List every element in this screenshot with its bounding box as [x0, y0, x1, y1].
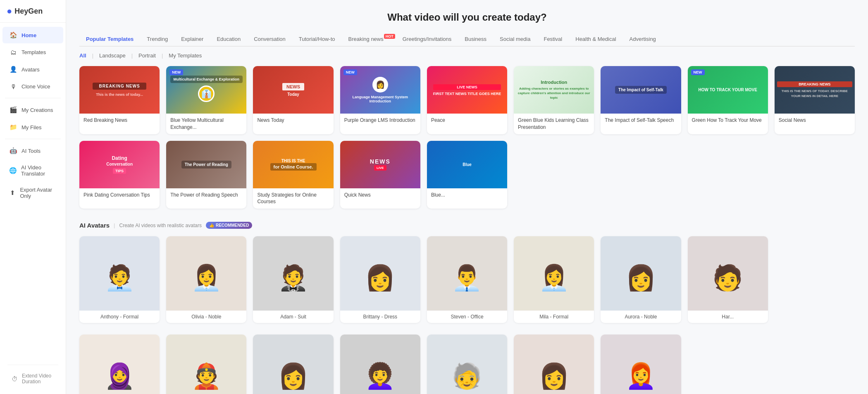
- filter-portrait[interactable]: Portrait: [138, 52, 156, 59]
- avatar-name-brittany: Brittany - Dress: [340, 311, 420, 323]
- template-label-blue-last: Blue...: [427, 188, 507, 202]
- sidebar-item-avatars[interactable]: 👤 Avatars: [2, 61, 63, 78]
- template-card-blue-last[interactable]: Blue Blue...: [427, 141, 507, 209]
- tab-tutorial[interactable]: Tutorial/How-to: [292, 32, 342, 47]
- template-card-peace[interactable]: LIVE NEWS FIRST TEXT NEWS TITLE GOES HER…: [427, 66, 507, 134]
- avatar-card-anthony[interactable]: 🧑‍💼 Anthony - Formal: [79, 236, 160, 323]
- template-card-green-blue-class[interactable]: Introduction Adding characters or storie…: [514, 66, 594, 134]
- template-thumb-self-talk: The Impact of Self-Talk: [601, 66, 681, 114]
- avatar-card-aurora[interactable]: 👩 Aurora - Noble: [601, 236, 681, 323]
- avatar-card-dark-hair[interactable]: 👩 Dark Hair: [253, 335, 333, 394]
- tab-breaking[interactable]: Breaking news HOT: [341, 32, 396, 47]
- tab-social-media[interactable]: Social media: [493, 32, 537, 47]
- template-card-red-breaking[interactable]: BREAKING NEWS This is the news of today.…: [79, 66, 160, 134]
- template-thumb-blue-last: Blue: [427, 141, 507, 188]
- avatar-thumb-red-hair: 👩‍🦰: [601, 335, 681, 394]
- sidebar-label-home: Home: [21, 32, 36, 38]
- tab-conversation[interactable]: Conversation: [247, 32, 292, 47]
- template-label-social-news: Social News: [775, 114, 855, 127]
- sidebar-divider-1: [5, 98, 61, 98]
- template-card-study-strategies[interactable]: THIS IS THE for Online Course. Study Str…: [253, 141, 333, 209]
- template-label-red-breaking: Red Breaking News: [79, 114, 160, 127]
- template-thumb-track-move: NEW HOW TO TRACK YOUR MOVE: [688, 66, 768, 114]
- sidebar: ● HeyGen 🏠 Home 🗂 Templates 👤 Avatars 🎙 …: [0, 0, 66, 394]
- sidebar-label-my-files: My Files: [21, 124, 41, 131]
- template-thumb-pink-dating: Dating Conversation TIPS: [79, 141, 160, 188]
- avatar-card-mila[interactable]: 👩‍💼 Mila - Formal: [514, 236, 594, 323]
- avatar-thumb-curly-hair: 👩‍🦱: [340, 335, 420, 394]
- recommended-badge: 👍 RECOMMENDED: [206, 222, 253, 229]
- avatar-card-arabic-male[interactable]: 👲 Arabic Male: [166, 335, 246, 394]
- avatar-card-glasses-male[interactable]: 🧓 Glasses Male: [427, 335, 507, 394]
- template-label-power-reading: The Power of Reading Speech: [166, 188, 246, 202]
- sidebar-item-my-creations[interactable]: 🎬 My Creations: [2, 102, 63, 118]
- sidebar-label-clone-voice: Clone Voice: [21, 83, 50, 90]
- avatar-thumb-brittany: 👩: [340, 236, 420, 311]
- page-title: What video will you create today?: [79, 12, 855, 23]
- template-card-power-reading[interactable]: The Power of Reading The Power of Readin…: [166, 141, 246, 209]
- filter-all[interactable]: All: [79, 52, 86, 59]
- template-card-quick-news[interactable]: NEWS LIVE Quick News: [340, 141, 420, 209]
- avatar-card-olivia[interactable]: 👩‍💼 Olivia - Noble: [166, 236, 246, 323]
- tab-health[interactable]: Health & Medical: [569, 32, 622, 47]
- avatar-card-steven[interactable]: 👨‍💼 Steven - Office: [427, 236, 507, 323]
- sidebar-item-templates[interactable]: 🗂 Templates: [2, 44, 63, 60]
- avatar-card-asian-female[interactable]: 👩 Asian Female: [514, 335, 594, 394]
- tab-festival[interactable]: Festival: [537, 32, 569, 47]
- template-card-track-move[interactable]: NEW HOW TO TRACK YOUR MOVE Green How To …: [688, 66, 768, 134]
- filter-landscape[interactable]: Landscape: [99, 52, 126, 59]
- avatar-name-har: Har...: [688, 311, 768, 323]
- avatar-thumb-olivia: 👩‍💼: [166, 236, 246, 311]
- sidebar-item-clone-voice[interactable]: 🎙 Clone Voice: [2, 78, 63, 95]
- tab-advertising[interactable]: Advertising: [623, 32, 663, 47]
- extend-icon: ⏱: [12, 375, 18, 382]
- template-thumb-quick-news: NEWS LIVE: [340, 141, 420, 188]
- tab-popular[interactable]: Popular Templates: [79, 32, 140, 47]
- template-thumb-news-today: NEWS Today: [253, 66, 333, 114]
- avatar-card-har[interactable]: 🧑 Har...: [688, 236, 768, 323]
- template-thumb-red-breaking: BREAKING NEWS This is the news of today.…: [79, 66, 160, 114]
- template-thumb-social-news: BREAKING NEWS THIS IS THE NEWS OF TODAY.…: [775, 66, 855, 114]
- export-avatar-icon: ⬆: [9, 189, 16, 197]
- thumbs-up-icon: 👍: [209, 223, 214, 228]
- tab-education[interactable]: Education: [210, 32, 247, 47]
- template-thumb-power-reading: The Power of Reading: [166, 141, 246, 188]
- ai-video-icon: 🌐: [9, 167, 17, 174]
- tab-trending[interactable]: Trending: [140, 32, 174, 47]
- avatar-card-curly-hair[interactable]: 👩‍🦱 Curly Hair: [340, 335, 420, 394]
- tab-greetings[interactable]: Greetings/Invitations: [396, 32, 458, 47]
- template-thumb-peace: LIVE NEWS FIRST TEXT NEWS TITLE GOES HER…: [427, 66, 507, 114]
- template-card-blue-multicultural[interactable]: NEW Multicultural Exchange & Exploration…: [166, 66, 246, 134]
- new-badge-purple: NEW: [343, 69, 357, 75]
- template-label-green-blue-class: Green Blue Kids Learning Class Presentat…: [514, 114, 594, 134]
- avatar-name-steven: Steven - Office: [427, 311, 507, 323]
- tab-explainer[interactable]: Explainer: [174, 32, 210, 47]
- template-card-purple-lms[interactable]: NEW 👩 Language Management System Introdu…: [340, 66, 420, 134]
- sidebar-item-ai-video[interactable]: 🌐 AI Video Translator: [2, 160, 63, 181]
- sidebar-bottom: ⏱ Extend Video Duration: [0, 357, 66, 394]
- sidebar-divider-bottom: [7, 365, 58, 365]
- template-card-news-today[interactable]: NEWS Today News Today: [253, 66, 333, 134]
- sidebar-item-ai-tools[interactable]: 🤖 AI Tools: [2, 142, 63, 159]
- avatars-section-title: AI Avatars: [79, 222, 110, 229]
- template-card-pink-dating[interactable]: Dating Conversation TIPS Pink Dating Con…: [79, 141, 160, 209]
- sidebar-item-my-files[interactable]: 📁 My Files: [2, 119, 63, 135]
- sidebar-item-home[interactable]: 🏠 Home: [2, 27, 63, 43]
- avatar-card-brittany[interactable]: 👩 Brittany - Dress: [340, 236, 420, 323]
- tab-business[interactable]: Business: [458, 32, 493, 47]
- filter-my-templates[interactable]: My Templates: [169, 52, 202, 59]
- avatar-thumb-hijab: 🧕: [79, 335, 160, 394]
- sidebar-label-templates: Templates: [21, 49, 46, 55]
- avatar-card-red-hair[interactable]: 👩‍🦰 Red Hair: [601, 335, 681, 394]
- sidebar-item-export-avatar[interactable]: ⬆ Export Avatar Only: [2, 182, 63, 204]
- template-thumb-study-strategies: THIS IS THE for Online Course.: [253, 141, 333, 188]
- avatar-card-adam[interactable]: 🤵 Adam - Suit: [253, 236, 333, 323]
- sidebar-item-extend[interactable]: ⏱ Extend Video Duration: [5, 368, 61, 389]
- avatar-name-aurora: Aurora - Noble: [601, 311, 681, 323]
- logo-text: HeyGen: [14, 7, 43, 16]
- avatar-card-hijab[interactable]: 🧕 Hijab: [79, 335, 160, 394]
- template-card-social-news[interactable]: BREAKING NEWS THIS IS THE NEWS OF TODAY.…: [775, 66, 855, 134]
- avatar-thumb-har: 🧑: [688, 236, 768, 311]
- sidebar-label-avatars: Avatars: [21, 66, 40, 73]
- template-card-self-talk[interactable]: The Impact of Self-Talk The Impact of Se…: [601, 66, 681, 134]
